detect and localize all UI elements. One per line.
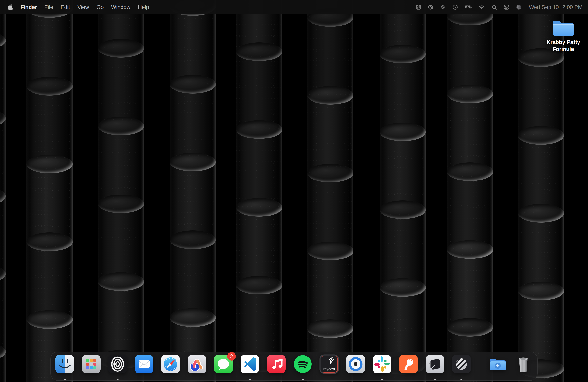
notification-badge: 2 xyxy=(227,352,236,361)
clock-time: 2:00 PM xyxy=(562,4,583,10)
wallpaper-column xyxy=(236,0,282,382)
dock: 2raycast xyxy=(50,352,538,381)
dock-item-music[interactable] xyxy=(267,354,286,374)
concentric-rings-icon xyxy=(108,354,127,374)
onepassword-lock-icon[interactable] xyxy=(428,4,434,10)
folder-label: Krabby Patty Formula xyxy=(544,39,583,53)
wallpaper-column xyxy=(0,0,6,382)
trash-icon xyxy=(514,354,533,374)
dock-item-downloads[interactable] xyxy=(487,354,506,374)
wallpaper-column xyxy=(379,0,426,382)
menu-edit[interactable]: Edit xyxy=(57,0,74,14)
status-icons xyxy=(416,4,522,10)
running-indicator xyxy=(249,379,251,381)
dock-item-mail[interactable] xyxy=(134,354,154,374)
dock-item-messages[interactable]: 2 xyxy=(214,354,233,374)
dock-item-postman[interactable] xyxy=(399,354,418,374)
dock-item-raycast[interactable]: raycast xyxy=(319,354,339,374)
wallpaper-column xyxy=(447,0,493,382)
apple-logo-icon[interactable] xyxy=(7,4,14,11)
menu-bar: FinderFileEditViewGoWindowHelp Wed Sep 1… xyxy=(0,0,588,14)
running-indicator xyxy=(461,379,462,381)
desktop-folder-krabby-patty-formula[interactable]: Krabby Patty Formula xyxy=(541,18,585,53)
wallpaper-cylinder xyxy=(0,342,6,382)
menu-view[interactable]: View xyxy=(74,0,93,14)
wallpaper-column xyxy=(169,0,216,382)
svg-text:raycast: raycast xyxy=(323,367,335,371)
launchpad-icon xyxy=(82,354,101,374)
dock-item-rings-app[interactable] xyxy=(108,354,127,374)
keyboard-brightness-icon[interactable] xyxy=(416,4,421,10)
menu-window[interactable]: Window xyxy=(107,0,134,14)
vscode-icon xyxy=(240,354,260,374)
downloads-folder-icon xyxy=(487,354,506,374)
clock-date: Wed Sep 10 xyxy=(529,4,559,10)
dock-item-linear[interactable] xyxy=(452,354,471,374)
battery-charging-icon[interactable] xyxy=(464,4,472,10)
menu-file[interactable]: File xyxy=(41,0,57,14)
wallpaper-column xyxy=(98,0,144,382)
safari-icon xyxy=(161,354,180,374)
menu-help[interactable]: Help xyxy=(134,0,153,14)
dock-item-1password[interactable] xyxy=(346,354,365,374)
running-indicator xyxy=(381,379,383,381)
spotify-icon xyxy=(293,354,313,374)
dock-item-spotify[interactable] xyxy=(293,354,313,374)
wallpaper-column xyxy=(518,0,564,382)
menu-finder[interactable]: Finder xyxy=(17,0,41,14)
wallpaper-column xyxy=(307,0,354,382)
linear-icon xyxy=(452,354,471,374)
dia-icon xyxy=(425,354,445,374)
menu-bar-menus: FinderFileEditViewGoWindowHelp xyxy=(7,0,153,14)
striped-flag-icon[interactable] xyxy=(440,4,446,10)
dock-item-slack[interactable] xyxy=(372,354,392,374)
dock-item-safari[interactable] xyxy=(161,354,180,374)
arc-browser-icon xyxy=(187,354,207,374)
onepassword-icon xyxy=(346,354,365,374)
dock-item-trash[interactable] xyxy=(514,354,533,374)
dock-separator xyxy=(479,354,479,376)
raycast-icon: raycast xyxy=(319,354,339,374)
postman-icon xyxy=(399,354,418,374)
now-playing-icon[interactable] xyxy=(452,4,458,10)
slack-icon xyxy=(372,354,392,374)
apple-music-icon xyxy=(267,354,286,374)
finder-icon xyxy=(55,354,74,374)
control-center-icon[interactable] xyxy=(504,4,509,10)
dock-item-vscode[interactable] xyxy=(240,354,260,374)
wifi-icon[interactable] xyxy=(479,4,485,10)
running-indicator xyxy=(117,379,119,381)
wallpaper-column xyxy=(26,0,73,382)
dock-item-finder[interactable] xyxy=(55,354,74,374)
wallpaper xyxy=(0,0,588,382)
globe-orb-icon[interactable] xyxy=(516,4,522,10)
menu-bar-clock[interactable]: Wed Sep 10 2:00 PM xyxy=(529,4,583,10)
folder-icon xyxy=(551,18,575,38)
menu-go[interactable]: Go xyxy=(93,0,107,14)
dock-item-arc[interactable] xyxy=(187,354,207,374)
running-indicator xyxy=(434,379,436,381)
dock-item-dia[interactable] xyxy=(425,354,445,374)
dock-item-launchpad[interactable] xyxy=(82,354,101,374)
mail-icon xyxy=(134,354,154,374)
spotlight-search-icon[interactable] xyxy=(491,4,497,10)
running-indicator xyxy=(64,379,66,381)
running-indicator xyxy=(302,379,304,381)
menu-bar-status-area: Wed Sep 10 2:00 PM xyxy=(416,4,583,10)
